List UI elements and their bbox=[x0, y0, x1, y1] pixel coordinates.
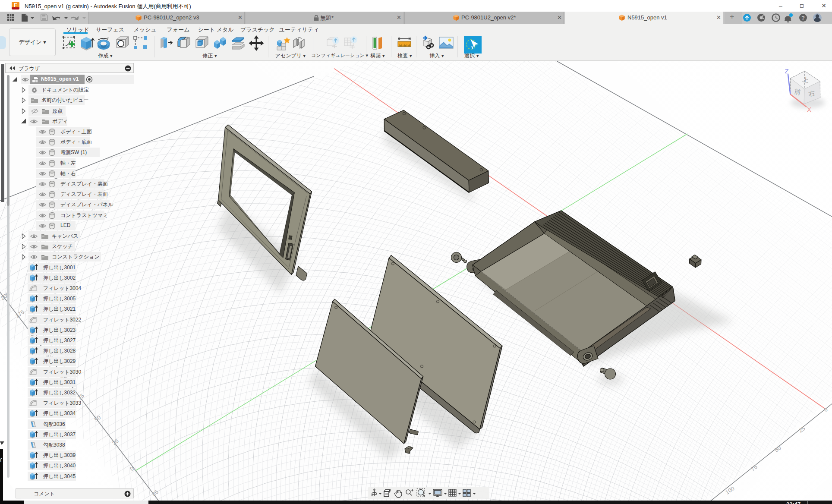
svg-text:?: ? bbox=[801, 15, 805, 21]
svg-text:Z: Z bbox=[785, 67, 788, 75]
svg-text:右: 右 bbox=[807, 89, 816, 98]
svg-text:上: 上 bbox=[802, 76, 809, 84]
svg-text:X: X bbox=[807, 106, 811, 113]
